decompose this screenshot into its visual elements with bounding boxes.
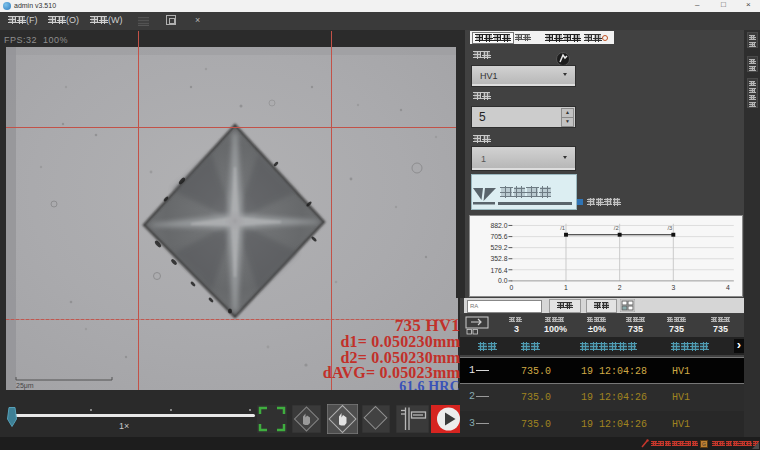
svg-text:25μm: 25μm	[16, 382, 34, 390]
svg-text:529.2: 529.2	[490, 244, 507, 251]
svg-text:4: 4	[726, 284, 730, 291]
svg-text:176.4: 176.4	[490, 267, 507, 274]
svg-text:0.0: 0.0	[498, 277, 508, 284]
svg-text:2: 2	[618, 284, 622, 291]
svg-text:0: 0	[509, 284, 513, 291]
svg-text:3: 3	[671, 284, 675, 291]
svg-text:705.6: 705.6	[490, 233, 507, 240]
svg-text:/2: /2	[614, 225, 619, 231]
svg-text:/1: /1	[560, 225, 565, 231]
svg-text:1: 1	[564, 284, 568, 291]
svg-text:352.8: 352.8	[490, 255, 507, 262]
svg-text:/3: /3	[667, 225, 672, 231]
svg-text:882.0: 882.0	[490, 222, 507, 229]
